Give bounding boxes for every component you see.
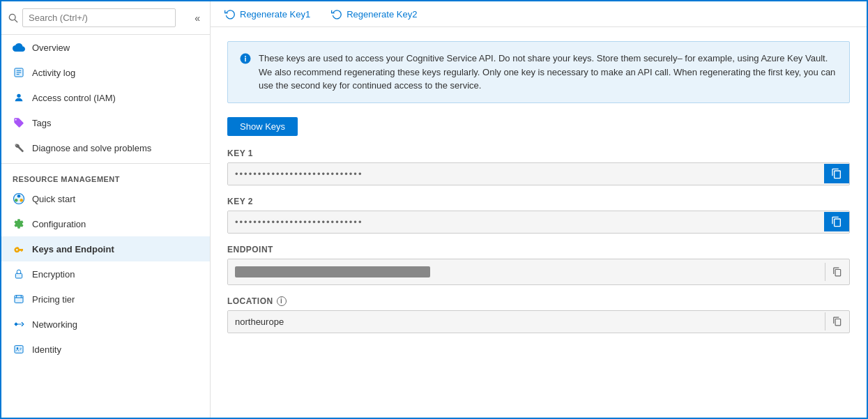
svg-rect-17 [15,346,23,353]
copy-icon-3 [832,267,842,277]
endpoint-redacted-bar [235,266,430,277]
sidebar-item-pricing-tier[interactable]: Pricing tier [1,287,210,312]
show-keys-button[interactable]: Show Keys [227,117,298,136]
sidebar-item-quick-start-label: Quick start [32,194,75,204]
sidebar-item-tags[interactable]: Tags [1,110,210,135]
sidebar-item-encryption[interactable]: Encryption [1,261,210,287]
svg-point-6 [17,94,20,98]
sidebar-item-configuration[interactable]: Configuration [1,211,210,236]
svg-point-9 [15,199,18,202]
sidebar-item-access-control-label: Access control (IAM) [32,93,116,103]
sidebar-item-diagnose[interactable]: Diagnose and solve problems [1,135,210,160]
sidebar-item-access-control[interactable]: Access control (IAM) [1,85,210,110]
content-body: These keys are used to access your Cogni… [211,27,867,418]
quickstart-icon [13,192,25,205]
key2-section: KEY 2 •••••••••••••••••••••••••••• [227,197,850,234]
tag-icon [13,116,25,129]
main-content: Regenerate Key1 Regenerate Key2 These ke… [211,1,867,418]
network-icon [13,318,25,330]
regenerate-key2-label: Regenerate Key2 [347,9,417,20]
regenerate-key1-label: Regenerate Key1 [240,9,310,20]
location-value: northeurope [228,311,825,333]
copy-icon-2 [831,216,842,227]
sidebar-item-networking-label: Networking [32,319,77,330]
search-box: « [1,1,210,35]
lock-icon [13,268,25,280]
regenerate-key1-button[interactable]: Regenerate Key1 [224,8,310,20]
pricing-icon [13,293,25,305]
copy-icon-4 [832,317,842,326]
config-icon [13,218,25,230]
sidebar-item-networking[interactable]: Networking [1,312,210,337]
sidebar-item-pricing-tier-label: Pricing tier [32,294,75,305]
sidebar-item-identity-label: Identity [32,344,61,355]
location-info-icon: i [277,296,287,306]
endpoint-value [228,259,825,284]
search-icon [8,13,18,23]
key1-label: KEY 1 [227,148,850,158]
cloud-icon [13,41,25,54]
copy-icon [831,168,842,179]
svg-point-18 [17,347,19,349]
sidebar-item-configuration-label: Configuration [32,219,86,229]
sidebar: « Overview Activity log Access control (… [1,1,211,418]
identity-icon [13,343,25,356]
location-section: LOCATION i northeurope [227,296,850,333]
user-icon [13,91,25,104]
location-field-row: northeurope [227,310,850,333]
sidebar-item-overview-label: Overview [32,43,70,53]
regenerate-key2-icon [331,8,342,20]
collapse-button[interactable]: « [192,11,203,25]
sidebar-item-diagnose-label: Diagnose and solve problems [32,143,151,153]
sidebar-item-identity[interactable]: Identity [1,337,210,362]
sidebar-item-activity-log[interactable]: Activity log [1,60,210,85]
key2-label: KEY 2 [227,197,850,206]
info-box: These keys are used to access your Cogni… [227,41,850,103]
endpoint-copy-button[interactable] [825,263,849,281]
location-label: LOCATION i [227,296,850,306]
regenerate-key1-icon [224,8,236,20]
key1-section: KEY 1 •••••••••••••••••••••••••••• [227,148,850,185]
endpoint-label: ENDPOINT [227,245,850,254]
endpoint-field-row [227,259,850,285]
info-box-text: These keys are used to access your Cogni… [259,52,838,93]
key-icon [13,243,25,255]
svg-point-10 [20,199,24,202]
sidebar-item-overview[interactable]: Overview [1,35,210,60]
sidebar-item-keys-endpoint-label: Keys and Endpoint [32,244,114,254]
sidebar-item-encryption-label: Encryption [32,269,75,280]
info-icon [239,52,252,93]
endpoint-section: ENDPOINT [227,245,850,285]
key2-copy-button[interactable] [824,212,849,231]
svg-point-0 [9,14,15,20]
sidebar-item-tags-label: Tags [32,118,51,128]
svg-line-1 [15,20,17,22]
key1-copy-button[interactable] [824,164,849,183]
key1-field-row: •••••••••••••••••••••••••••• [227,162,850,185]
sidebar-item-activity-log-label: Activity log [32,68,75,78]
log-icon [13,66,25,79]
svg-rect-12 [15,296,23,303]
svg-rect-11 [15,273,22,278]
sidebar-item-keys-endpoint[interactable]: Keys and Endpoint [1,236,210,261]
key2-field-row: •••••••••••••••••••••••••••• [227,211,850,234]
nav-divider [1,163,210,164]
toolbar: Regenerate Key1 Regenerate Key2 [211,1,867,27]
location-copy-button[interactable] [825,312,849,330]
regenerate-key2-button[interactable]: Regenerate Key2 [331,8,417,20]
key1-value: •••••••••••••••••••••••••••• [228,163,824,185]
sidebar-item-quick-start[interactable]: Quick start [1,186,210,211]
resource-management-label: RESOURCE MANAGEMENT [1,167,210,186]
svg-point-8 [17,195,21,198]
wrench-icon [13,142,25,154]
search-input[interactable] [22,8,176,27]
key2-value: •••••••••••••••••••••••••••• [228,211,824,233]
